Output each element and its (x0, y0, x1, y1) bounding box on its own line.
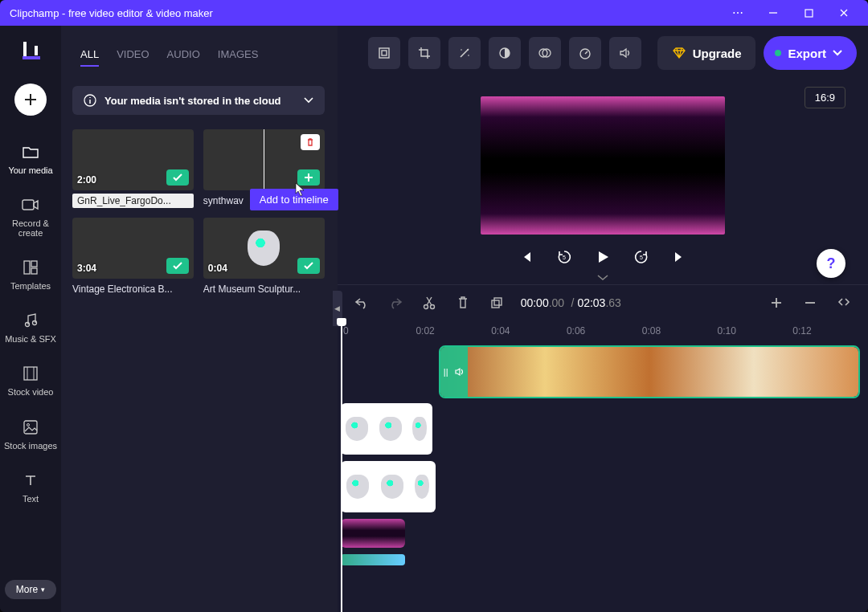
svg-point-11 (26, 323, 30, 327)
media-grid: 2:00 GnR_Live_FargoDo... synthwav Add to… (72, 129, 331, 295)
speed-button[interactable] (569, 37, 601, 69)
skip-end-button[interactable] (672, 250, 686, 264)
media-item[interactable]: 2:00 GnR_Live_FargoDo... (72, 129, 194, 208)
timeline-clip-image[interactable] (341, 461, 436, 512)
svg-point-25 (467, 49, 469, 51)
zoom-fit-button[interactable] (834, 293, 854, 312)
crop-button[interactable] (408, 37, 440, 69)
folder-icon (22, 143, 39, 161)
nav-stock-video[interactable]: Stock video (0, 357, 61, 406)
tab-video[interactable]: VIDEO (117, 48, 149, 67)
adjust-colors-button[interactable] (489, 37, 521, 69)
svg-rect-4 (23, 56, 40, 59)
preview-canvas (481, 96, 725, 235)
timeline-ruler[interactable]: :0 0:02 0:04 0:06 0:08 0:10 0:12 (338, 320, 868, 342)
media-tabs: ALL VIDEO AUDIO IMAGES (72, 26, 331, 75)
svg-rect-24 (382, 51, 387, 55)
time-display: 00:00.00 / 02:03.63 (521, 296, 621, 309)
svg-text:5: 5 (563, 255, 566, 260)
nav-your-media[interactable]: Your media (0, 135, 61, 185)
ruler-tick: 0:10 (717, 320, 792, 342)
svg-rect-7 (23, 200, 34, 210)
clip-audio-icon (452, 347, 468, 397)
layout-button[interactable] (368, 37, 400, 69)
ruler-tick: 0:06 (567, 320, 642, 342)
upgrade-button[interactable]: Upgrade (657, 36, 756, 70)
nav-rail: Your media Record & create Templates Mus… (0, 26, 61, 612)
redo-button[interactable] (386, 293, 405, 312)
cloud-storage-notice[interactable]: Your media isn't stored in the cloud (72, 86, 325, 115)
media-duration: 3:04 (77, 263, 96, 274)
svg-point-26 (461, 49, 462, 51)
nav-music-sfx[interactable]: Music & SFX (0, 304, 61, 353)
forward-5-button[interactable]: 5 (633, 249, 649, 265)
svg-rect-9 (31, 261, 37, 267)
audio-button[interactable] (609, 37, 641, 69)
chevron-down-icon (304, 97, 313, 104)
filters-button[interactable] (529, 37, 561, 69)
rewind-5-button[interactable]: 5 (556, 249, 572, 265)
media-name: Art Museum Sculptur... (203, 284, 325, 295)
timeline-playhead[interactable] (341, 320, 342, 612)
undo-button[interactable] (352, 293, 371, 312)
duplicate-button[interactable] (487, 293, 506, 312)
text-icon (22, 471, 39, 489)
split-button[interactable] (420, 293, 439, 312)
media-name: GnR_Live_FargoDo... (72, 194, 194, 208)
aspect-ratio-button[interactable]: 16:9 (805, 87, 845, 108)
tab-images[interactable]: IMAGES (218, 48, 259, 67)
nav-stock-images[interactable]: Stock images (0, 410, 61, 460)
svg-point-34 (424, 304, 428, 308)
timeline-tracks[interactable]: || (338, 342, 868, 565)
delete-media-button[interactable] (301, 134, 320, 150)
magic-button[interactable] (448, 37, 481, 69)
window-close-button[interactable] (826, 0, 862, 26)
media-item[interactable]: 3:04 Vintage Electronica B... (72, 218, 194, 295)
clip-frames (468, 347, 858, 397)
timeline-clip-video[interactable]: || (440, 347, 858, 397)
svg-rect-36 (492, 300, 499, 308)
tab-all[interactable]: ALL (80, 48, 99, 67)
timeline-clip-audio[interactable] (341, 554, 405, 565)
zoom-out-button[interactable] (800, 293, 820, 312)
music-icon (22, 312, 39, 329)
export-label: Export (788, 47, 826, 60)
main-area: ◀ Upgrade Export (338, 26, 868, 612)
more-label: More (16, 584, 38, 595)
export-button[interactable]: Export (764, 36, 857, 70)
nav-templates[interactable]: Templates (0, 251, 61, 300)
nav-more-button[interactable]: More ▾ (5, 580, 56, 599)
add-media-button[interactable] (14, 84, 47, 116)
svg-rect-1 (805, 10, 813, 17)
window-minimize-button[interactable] (755, 0, 791, 26)
preview-area: 16:9 5 5 ? (338, 80, 868, 281)
skip-start-button[interactable] (519, 250, 534, 264)
play-button[interactable] (595, 249, 611, 265)
media-duration: 2:00 (77, 174, 96, 186)
svg-point-27 (468, 55, 469, 56)
timeline-clip-image[interactable] (341, 403, 432, 455)
timeline-clip-image[interactable] (341, 519, 405, 548)
nav-label: Music & SFX (5, 334, 56, 344)
nav-label: Text (23, 494, 39, 504)
media-thumbnail (203, 129, 325, 190)
window-maximize-button[interactable] (791, 0, 826, 26)
media-item[interactable]: synthwav Add to timeline (203, 129, 325, 208)
info-icon (84, 94, 96, 107)
film-icon (22, 365, 39, 382)
ruler-tick: 0:02 (416, 320, 491, 342)
tab-audio[interactable]: AUDIO (167, 48, 200, 67)
help-button[interactable]: ? (817, 249, 845, 278)
clip-handle-left[interactable]: || (440, 347, 452, 397)
svg-text:5: 5 (640, 255, 643, 260)
nav-text[interactable]: Text (0, 463, 61, 513)
window-more-button[interactable]: ⋯ (720, 0, 755, 26)
delete-button[interactable] (453, 293, 473, 312)
media-item[interactable]: 0:04 Art Museum Sculptur... (203, 218, 325, 295)
timeline-toolbar: 00:00.00 / 02:03.63 (338, 284, 868, 320)
zoom-in-button[interactable] (767, 293, 786, 312)
media-panel: ALL VIDEO AUDIO IMAGES Your media isn't … (61, 26, 338, 612)
svg-rect-10 (31, 268, 37, 274)
chevron-down-icon: ▾ (41, 585, 45, 594)
nav-record-create[interactable]: Record & create (0, 188, 61, 247)
